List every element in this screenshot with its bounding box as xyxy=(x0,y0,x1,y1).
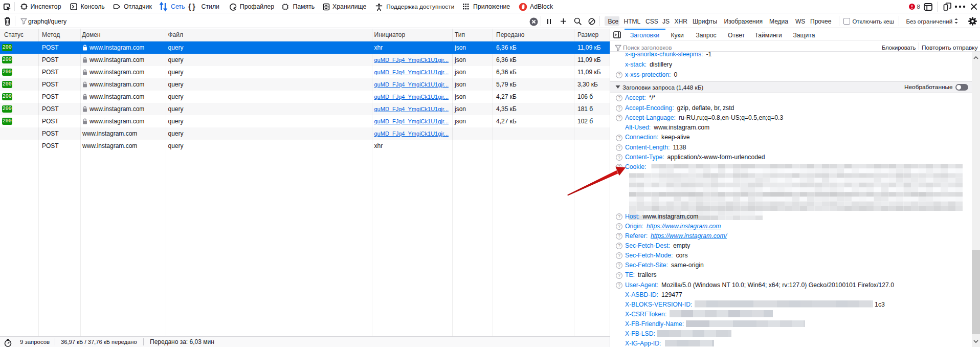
svg-text:?: ? xyxy=(618,145,620,150)
svg-text:?: ? xyxy=(618,214,620,219)
svg-text:?: ? xyxy=(618,283,620,288)
svg-text:?: ? xyxy=(618,115,620,120)
svg-text:?: ? xyxy=(618,253,620,258)
svg-text:?: ? xyxy=(618,105,620,111)
svg-text:?: ? xyxy=(618,135,620,140)
svg-text:?: ? xyxy=(618,155,620,160)
svg-text:?: ? xyxy=(618,96,620,101)
svg-text:?: ? xyxy=(618,224,620,229)
svg-text:?: ? xyxy=(618,273,620,278)
svg-text:?: ? xyxy=(618,263,620,268)
svg-text:?: ? xyxy=(618,73,620,78)
svg-text:?: ? xyxy=(618,233,620,238)
svg-text:?: ? xyxy=(618,243,620,248)
